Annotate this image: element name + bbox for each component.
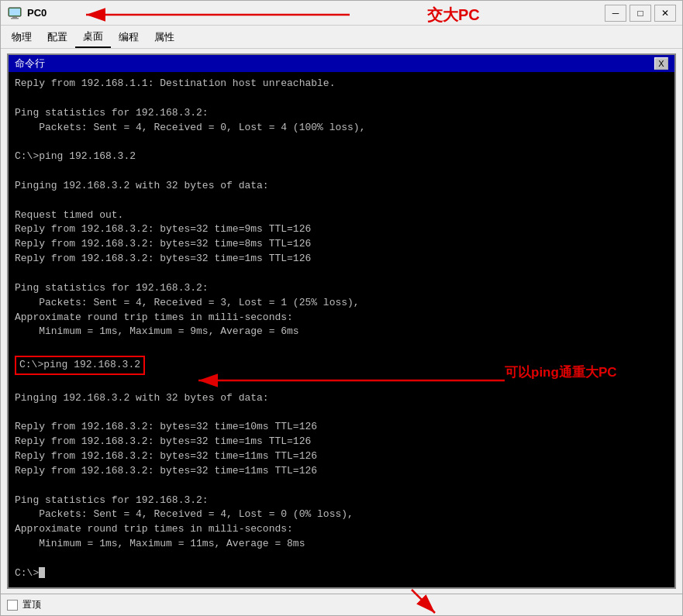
line-reply-4: Reply from 192.168.3.2: bytes=32 time=10…	[15, 420, 668, 435]
line-min-2: Minimum = 1ms, Maximum = 11ms, Average =…	[15, 537, 668, 552]
line-blank-10	[15, 552, 668, 566]
line-blank-7	[15, 377, 668, 391]
cmd-window: 命令行 X Reply from 192.168.1.1: Destinatio…	[7, 53, 676, 589]
line-prompt: C:\>	[15, 566, 668, 581]
line-blank-5	[15, 267, 668, 281]
line-approx-2: Approximate round trip times in milli-se…	[15, 522, 668, 537]
cmd-title-bar: 命令行 X	[9, 55, 674, 72]
close-button[interactable]: ✕	[654, 5, 676, 22]
line-packets-3: Packets: Sent = 4, Received = 4, Lost = …	[15, 508, 668, 522]
line-ping-stats-3: Ping statistics for 192.168.3.2:	[15, 494, 668, 508]
line-reply-3: Reply from 192.168.3.2: bytes=32 time=1m…	[15, 252, 668, 267]
line-blank-6	[15, 339, 668, 354]
menu-item-desktop[interactable]: 桌面	[75, 26, 111, 48]
highlighted-command: C:\>ping 192.168.3.2	[15, 356, 145, 375]
line-blank-8	[15, 406, 668, 421]
line-cmd-highlighted: C:\>ping 192.168.3.2	[15, 354, 668, 377]
menu-item-config[interactable]: 配置	[40, 27, 75, 47]
svg-rect-1	[12, 16, 17, 18]
line-1: Reply from 192.168.1.1: Destination host…	[15, 77, 668, 91]
line-pinging-2: Pinging 192.168.3.2 with 32 bytes of dat…	[15, 391, 668, 406]
line-packets-1: Packets: Sent = 4, Received = 0, Lost = …	[15, 121, 668, 136]
line-cmd-1: C:\>ping 192.168.3.2	[15, 150, 668, 164]
pin-label: 置顶	[22, 598, 41, 611]
line-blank-9	[15, 479, 668, 494]
line-packets-2: Packets: Sent = 4, Received = 3, Lost = …	[15, 296, 668, 311]
title-bar: PC0 ─ □ ✕	[1, 1, 682, 26]
svg-rect-2	[11, 18, 19, 19]
line-pinging-1: Pinging 192.168.3.2 with 32 bytes of dat…	[15, 179, 668, 194]
line-reply-2: Reply from 192.168.3.2: bytes=32 time=8m…	[15, 237, 668, 252]
svg-rect-3	[9, 9, 20, 15]
cursor	[39, 567, 45, 578]
line-reply-1: Reply from 192.168.3.2: bytes=32 time=9m…	[15, 222, 668, 237]
pin-checkbox[interactable]	[7, 600, 18, 611]
window-icon	[7, 5, 22, 21]
line-ping-stats-1: Ping statistics for 192.168.3.2:	[15, 106, 668, 121]
status-bar: 置顶	[1, 594, 682, 615]
line-reply-6: Reply from 192.168.3.2: bytes=32 time=11…	[15, 449, 668, 464]
line-approx-1: Approximate round trip times in milli-se…	[15, 311, 668, 325]
main-window: PC0 ─ □ ✕ 物理 配置 桌面 编程 属性 命令行 X Reply fro…	[0, 0, 683, 616]
line-timeout: Request timed out.	[15, 208, 668, 223]
cmd-body[interactable]: Reply from 192.168.1.1: Destination host…	[9, 72, 674, 587]
minimize-button[interactable]: ─	[605, 5, 626, 22]
cmd-close-button[interactable]: X	[654, 57, 668, 70]
line-ping-stats-2: Ping statistics for 192.168.3.2:	[15, 281, 668, 296]
line-min-1: Minimum = 1ms, Maximum = 9ms, Average = …	[15, 325, 668, 339]
maximize-button[interactable]: □	[630, 5, 651, 22]
line-blank-2	[15, 135, 668, 150]
cmd-title-text: 命令行	[15, 57, 45, 71]
menu-item-programming[interactable]: 编程	[111, 27, 147, 47]
window-title: PC0	[27, 7, 47, 19]
line-reply-7: Reply from 192.168.3.2: bytes=32 time=11…	[15, 464, 668, 479]
menu-item-physics[interactable]: 物理	[4, 27, 40, 47]
window-controls: ─ □ ✕	[605, 5, 676, 22]
menu-item-properties[interactable]: 属性	[147, 27, 182, 47]
line-blank-3	[15, 164, 668, 179]
line-reply-5: Reply from 192.168.3.2: bytes=32 time=1m…	[15, 435, 668, 449]
line-blank-1	[15, 91, 668, 106]
line-blank-4	[15, 194, 668, 208]
menu-bar: 物理 配置 桌面 编程 属性	[1, 26, 682, 49]
